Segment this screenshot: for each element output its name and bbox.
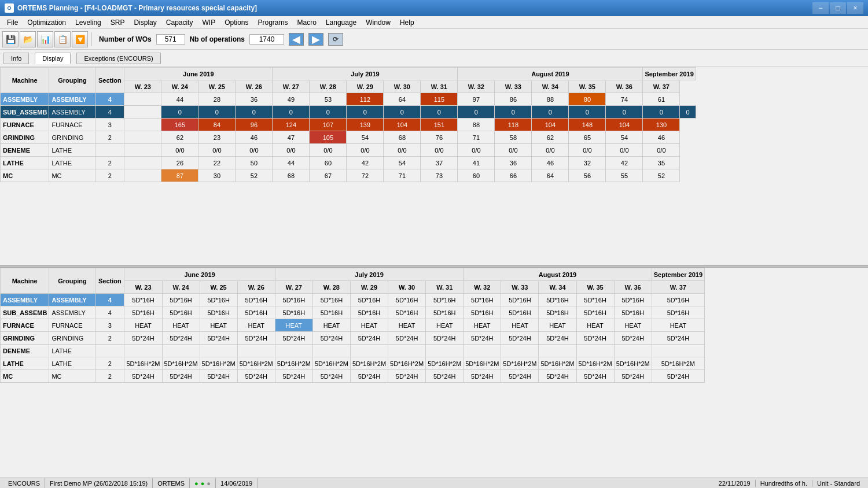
table-row[interactable]: GRINDINGGRINDING262234647105546876715862… <box>1 131 696 144</box>
cell-week[interactable]: 52 <box>236 169 273 182</box>
menu-display[interactable]: Display <box>129 17 161 28</box>
cell-week-cap[interactable]: 5D*16H <box>576 306 614 319</box>
cell-week[interactable]: 0/0 <box>384 144 421 157</box>
cell-week-cap[interactable] <box>275 345 312 357</box>
cell-week-cap[interactable]: 5D*16H*2M <box>388 357 426 370</box>
menu-help[interactable]: Help <box>395 17 419 28</box>
toolbar-btn-4[interactable]: 📋 <box>54 31 71 47</box>
toolbar-btn-1[interactable]: 💾 <box>2 31 19 47</box>
cell-week-cap[interactable]: 5D*24H <box>426 370 464 383</box>
table-row[interactable]: MCMC25D*24H5D*24H5D*24H5D*24H5D*24H5D*24… <box>1 370 705 383</box>
cell-week-cap[interactable] <box>426 345 464 357</box>
cell-machine[interactable]: FURNACE <box>1 119 49 131</box>
cell-week[interactable]: 0 <box>606 106 643 119</box>
table-row[interactable]: GRINDINGGRINDING25D*24H5D*24H5D*24H5D*24… <box>1 332 705 345</box>
cell-week[interactable]: 36 <box>495 157 532 169</box>
cell-week[interactable]: 0 <box>236 106 273 119</box>
cell-week[interactable]: 130 <box>643 119 680 131</box>
cell-machine[interactable]: DENEME <box>1 345 49 357</box>
cell-week[interactable]: 105 <box>310 131 347 144</box>
cell-week-cap[interactable]: 5D*16H*2M <box>501 357 539 370</box>
table-row[interactable]: ASSEMBLYASSEMBLY45D*16H5D*16H5D*16H5D*16… <box>1 294 705 306</box>
cell-week-cap[interactable]: 5D*16H <box>501 294 539 306</box>
cell-week[interactable]: 104 <box>384 119 421 131</box>
cell-week[interactable]: 22 <box>198 157 236 169</box>
tab-exceptions[interactable]: Exceptions (ENCOURS) <box>76 53 160 64</box>
cell-week-cap[interactable]: 5D*16H <box>124 294 162 306</box>
cell-week[interactable]: 0/0 <box>458 144 495 157</box>
cell-week[interactable]: 46 <box>236 131 273 144</box>
cell-week[interactable]: 56 <box>569 169 606 182</box>
cell-week[interactable]: 0 <box>161 106 198 119</box>
cell-week-cap[interactable]: 5D*24H <box>576 370 614 383</box>
cell-week-cap[interactable]: 5D*24H <box>501 332 539 345</box>
cell-week[interactable]: 165 <box>161 119 198 131</box>
cell-week[interactable]: 47 <box>273 131 310 144</box>
cell-week[interactable]: 112 <box>347 93 384 106</box>
tab-display[interactable]: Display <box>35 53 71 64</box>
cell-week-cap[interactable]: 5D*24H <box>539 332 576 345</box>
minimize-button[interactable]: − <box>812 2 829 14</box>
cell-week[interactable]: 86 <box>495 93 532 106</box>
cell-machine[interactable]: LATHE <box>1 357 49 370</box>
cell-week[interactable]: 35 <box>643 157 680 169</box>
menu-macro[interactable]: Macro <box>293 17 321 28</box>
cell-week-cap[interactable]: 5D*24H <box>350 370 388 383</box>
cell-week[interactable]: 0/0 <box>198 144 236 157</box>
nav-btn-2[interactable]: ▶ <box>308 33 323 46</box>
cell-week[interactable]: 68 <box>273 169 310 182</box>
cell-week[interactable]: 151 <box>421 119 458 131</box>
cell-week[interactable]: 73 <box>421 169 458 182</box>
cell-week-cap[interactable]: 5D*24H <box>464 370 501 383</box>
cell-week-cap[interactable]: 5D*24H <box>312 332 350 345</box>
cell-machine[interactable]: LATHE <box>1 157 49 169</box>
cell-w23[interactable] <box>124 131 161 144</box>
cell-week-cap[interactable]: 5D*16H <box>200 294 237 306</box>
cell-week[interactable]: 0 <box>384 106 421 119</box>
cell-week-cap[interactable] <box>312 345 350 357</box>
cell-week[interactable]: 54 <box>384 157 421 169</box>
cell-week-cap[interactable]: 5D*16H <box>350 306 388 319</box>
cell-week[interactable]: 52 <box>643 169 680 182</box>
cell-week[interactable]: 0 <box>532 106 569 119</box>
cell-week-cap[interactable]: 5D*16H*2M <box>652 357 704 370</box>
cell-week[interactable]: 0/0 <box>495 144 532 157</box>
cell-week[interactable]: 80 <box>569 93 606 106</box>
cell-week-cap[interactable] <box>200 345 237 357</box>
cell-week[interactable]: 0/0 <box>532 144 569 157</box>
cell-week[interactable]: 71 <box>384 169 421 182</box>
cell-machine[interactable]: SUB_ASSEMB <box>1 306 49 319</box>
cell-week[interactable]: 0/0 <box>606 144 643 157</box>
table-row[interactable]: DENEMELATHE0/00/00/00/00/00/00/00/00/00/… <box>1 144 696 157</box>
cell-week[interactable]: 54 <box>606 131 643 144</box>
menu-window[interactable]: Window <box>361 17 395 28</box>
cell-machine[interactable]: FURNACE <box>1 319 49 332</box>
cell-week[interactable]: 54 <box>347 131 384 144</box>
cell-week-cap[interactable]: 5D*16H <box>275 294 312 306</box>
cell-w23[interactable] <box>124 169 161 182</box>
cell-week[interactable]: 96 <box>236 119 273 131</box>
cell-machine[interactable]: DENEME <box>1 144 49 157</box>
cell-week[interactable]: 0/0 <box>310 144 347 157</box>
cell-week-cap[interactable] <box>652 345 704 357</box>
wo-count-input[interactable] <box>156 34 185 45</box>
cell-week[interactable]: 0/0 <box>569 144 606 157</box>
cell-week[interactable]: 88 <box>458 119 495 131</box>
nav-btn-3[interactable]: ⟳ <box>328 33 343 46</box>
table-row[interactable]: FURNACEFURNACE3HEATHEATHEATHEATHEATHEATH… <box>1 319 705 332</box>
cell-week-cap[interactable]: 5D*16H <box>652 306 704 319</box>
cell-week[interactable]: 0 <box>310 106 347 119</box>
cell-week-cap[interactable]: 5D*24H <box>652 370 704 383</box>
cell-w23[interactable] <box>124 144 161 157</box>
cell-week-cap[interactable] <box>124 345 162 357</box>
cell-week[interactable]: 58 <box>495 131 532 144</box>
cell-week-cap[interactable]: 5D*16H <box>652 294 704 306</box>
cell-machine[interactable]: ASSEMBLY <box>1 294 49 306</box>
cell-week-cap[interactable]: 5D*24H <box>162 332 200 345</box>
cell-week-cap[interactable]: 5D*24H <box>237 370 275 383</box>
cell-week-cap[interactable]: 5D*16H*2M <box>275 357 312 370</box>
cell-week[interactable]: 26 <box>161 157 198 169</box>
cell-week-cap[interactable]: 5D*24H <box>614 332 652 345</box>
cell-week-cap[interactable]: 5D*24H <box>501 370 539 383</box>
close-button[interactable]: × <box>847 2 863 14</box>
